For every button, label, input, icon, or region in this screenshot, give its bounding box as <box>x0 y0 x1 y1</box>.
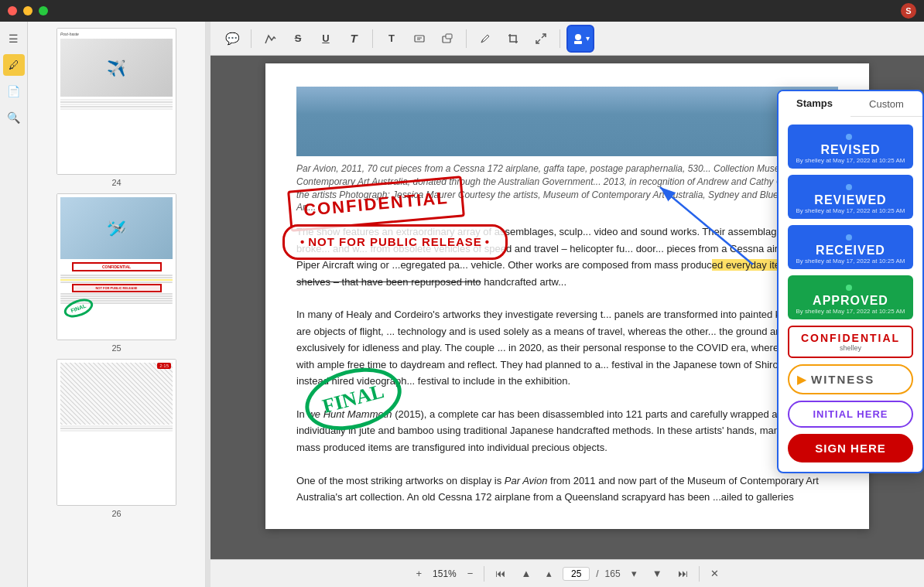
thumbnail-25[interactable]: 🛩️ CONFIDENTIAL NOT FOR PUBLIC RELEASE F… <box>34 193 199 353</box>
thumbnail-26-label: 26 <box>111 509 121 518</box>
thumbnail-24-label: 24 <box>111 178 121 187</box>
sidebar-pages-icon[interactable]: 📄 <box>3 80 25 102</box>
page-next-button[interactable]: ▼ <box>648 566 667 581</box>
thumbnail-25-image[interactable]: 🛩️ CONFIDENTIAL NOT FOR PUBLIC RELEASE F… <box>56 193 176 340</box>
minimize-button[interactable] <box>23 6 33 15</box>
doc-header-image <box>296 87 838 156</box>
toolbar-separator-3 <box>466 29 467 48</box>
avatar[interactable]: S <box>901 3 916 19</box>
stamp-reviewed[interactable]: REVIEWED By shelley at May 17, 2022 at 1… <box>788 175 913 219</box>
thumbnail-26[interactable]: 2:15 26 <box>34 359 199 518</box>
stamp-panel-tabs: Stamps Custom <box>779 91 922 117</box>
main-area: 💬 S U T T <box>210 22 924 587</box>
total-pages: 165 <box>605 568 621 579</box>
stamp-revised-sub: By shelley at May 17, 2022 at 10:25 AM <box>796 157 905 164</box>
revised-dot <box>846 134 852 140</box>
close-button[interactable] <box>8 6 17 15</box>
thumbnail-panel: Post-haste ✈️ 24 🛩️ CONFIDENTIAL <box>28 22 206 587</box>
stamp-received-title: RECEIVED <box>796 244 905 258</box>
text-button-2[interactable]: T <box>379 26 404 51</box>
pen-button[interactable] <box>473 26 498 51</box>
doc-container: Par Avion, 2011, 70 cut pieces from a Ce… <box>210 56 924 559</box>
stamp-list: REVISED By shelley at May 17, 2022 at 10… <box>779 125 922 462</box>
approved-dot <box>846 285 852 291</box>
sidebar-search-icon[interactable]: 🔍 <box>3 107 25 128</box>
zoom-level: 151% <box>433 568 457 579</box>
stamp-revised-title: REVISED <box>796 143 905 157</box>
stamp-sign-title: SIGN HERE <box>797 442 904 455</box>
stamp-witness[interactable]: ▶ WITNESS <box>788 364 913 394</box>
toolbar-separator-1 <box>251 29 252 48</box>
stamp-confidential-name: shelley <box>797 344 904 352</box>
reviewed-dot <box>846 184 852 190</box>
stamp-panel: Stamps Custom REVISED By shelley at May … <box>777 90 924 473</box>
sidebar-annotate-icon[interactable]: 🖊 <box>3 54 25 76</box>
doc-body-text: The show features an extraordinary array… <box>296 224 838 505</box>
underline-button[interactable]: U <box>313 26 338 51</box>
page-separator: / <box>596 568 598 579</box>
stamp-reviewed-sub: By shelley at May 17, 2022 at 10:25 AM <box>796 207 905 214</box>
thumbnail-26-image[interactable]: 2:15 <box>56 359 176 506</box>
draw-button[interactable] <box>258 26 282 51</box>
page-prev-button[interactable]: ▲ <box>516 566 536 581</box>
textbox-button[interactable] <box>407 26 432 51</box>
left-sidebar: ☰ 🖊 📄 🔍 <box>0 22 28 587</box>
stamp-reviewed-title: REVIEWED <box>796 193 905 207</box>
bottom-bar: + 151% − ⏮ ▲ ▴ 25 / 165 ▾ ▼ ⏭ ✕ <box>210 559 924 587</box>
svg-rect-8 <box>574 41 582 44</box>
stamp-initial-here[interactable]: INITIAL HERE <box>788 401 913 428</box>
stamp-nfpr-doc[interactable]: NOT FOR PUBLIC RELEASE <box>282 224 508 260</box>
page-first-button[interactable]: ⏮ <box>491 566 510 581</box>
stamp-confidential-panel[interactable]: CONFIDENTIAL shelley <box>788 326 913 358</box>
sidebar-panels-icon[interactable]: ☰ <box>3 28 25 49</box>
toolbar: 💬 S U T T <box>210 22 924 56</box>
bottom-separator-1 <box>484 566 484 582</box>
toolbar-separator-2 <box>372 29 373 48</box>
page-next-small-button[interactable]: ▾ <box>627 566 642 581</box>
thumbnail-25-label: 25 <box>111 343 121 353</box>
strikethrough-button[interactable]: S <box>286 26 310 51</box>
stamp-approved-title: APPROVED <box>796 294 905 308</box>
stamp-received-sub: By shelley at May 17, 2022 at 10:25 AM <box>796 258 905 264</box>
received-dot <box>846 234 852 241</box>
thumbnail-24[interactable]: Post-haste ✈️ 24 <box>34 28 199 187</box>
stamp-received[interactable]: RECEIVED By shelley at May 17, 2022 at 1… <box>788 225 913 269</box>
tab-stamps[interactable]: Stamps <box>779 91 850 117</box>
stamp-button[interactable]: ▾ <box>566 25 594 53</box>
stamp-initial-title: INITIAL HERE <box>797 408 904 420</box>
thumbnail-24-image[interactable]: Post-haste ✈️ <box>56 28 176 175</box>
stamp-revised[interactable]: REVISED By shelley at May 17, 2022 at 10… <box>788 125 913 169</box>
expand-button[interactable] <box>529 26 553 51</box>
stamp-witness-title: WITNESS <box>811 373 874 386</box>
zoom-out-button[interactable]: − <box>463 566 478 581</box>
text-button-1[interactable]: T <box>341 26 366 51</box>
crop-button[interactable] <box>501 26 525 51</box>
stamp-approved[interactable]: APPROVED By shelley at May 17, 2022 at 1… <box>788 275 913 319</box>
maximize-button[interactable] <box>39 6 48 15</box>
stamp-sign-here[interactable]: SIGN HERE <box>788 434 913 462</box>
toolbar-separator-4 <box>560 29 560 48</box>
page-last-button[interactable]: ⏭ <box>673 566 693 581</box>
zoom-in-button[interactable]: + <box>411 566 426 581</box>
close-bar-button[interactable]: ✕ <box>706 566 724 581</box>
svg-rect-0 <box>415 36 424 42</box>
comment-button[interactable]: 💬 <box>220 26 245 51</box>
title-bar: S <box>0 0 924 22</box>
stamp-approved-sub: By shelley at May 17, 2022 at 10:25 AM <box>796 308 905 315</box>
bottom-separator-2 <box>699 566 700 582</box>
shape-button[interactable] <box>435 26 460 51</box>
stamp-confidential-title: CONFIDENTIAL <box>797 332 904 344</box>
app-body: ☰ 🖊 📄 🔍 Post-haste ✈️ 24 <box>0 22 924 587</box>
tab-custom[interactable]: Custom <box>850 91 922 116</box>
svg-point-7 <box>575 34 581 40</box>
page-input[interactable]: 25 <box>563 567 590 581</box>
page-prev-small-button[interactable]: ▴ <box>542 566 556 581</box>
svg-rect-4 <box>446 34 452 39</box>
witness-arrow-icon: ▶ <box>797 372 806 387</box>
